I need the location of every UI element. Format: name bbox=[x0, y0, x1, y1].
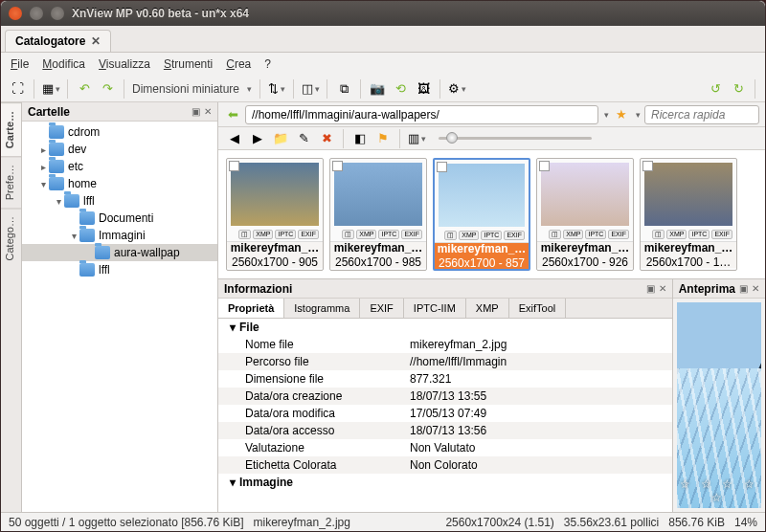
thumb-checkbox[interactable] bbox=[642, 161, 653, 171]
tab-xmp[interactable]: XMP bbox=[466, 299, 509, 318]
tree-item-aura-wallpap[interactable]: aura-wallpap bbox=[22, 244, 217, 261]
tree-item-etc[interactable]: ▸etc bbox=[22, 158, 217, 175]
property-value: 17/05/13 07:49 bbox=[410, 407, 486, 420]
gear-icon[interactable]: ⚙▾ bbox=[448, 80, 465, 98]
twisty-icon[interactable]: ▾ bbox=[230, 476, 236, 489]
menu-crea[interactable]: Crea bbox=[226, 57, 251, 71]
path-input[interactable] bbox=[245, 105, 598, 124]
view-grid-icon[interactable]: ▦▾ bbox=[42, 80, 59, 98]
batch-icon[interactable]: 🖼 bbox=[415, 80, 432, 98]
chevron-down-icon[interactable]: ▾ bbox=[636, 110, 641, 120]
edit-icon[interactable]: ✎ bbox=[295, 130, 312, 147]
property-key: Data/ora creazione bbox=[218, 389, 410, 403]
forward-folder-icon[interactable]: ↷ bbox=[99, 80, 116, 98]
twisty-icon[interactable]: ▾ bbox=[37, 179, 49, 189]
tree-item-lffl[interactable]: ▾lffl bbox=[22, 192, 217, 210]
convert-icon[interactable]: ⟲ bbox=[392, 80, 409, 98]
tree-item-home[interactable]: ▾home bbox=[22, 175, 217, 192]
property-row: Data/ora creazione18/07/13 13:55 bbox=[218, 388, 672, 405]
slider-thumb[interactable] bbox=[446, 132, 458, 144]
separator bbox=[343, 129, 344, 148]
flag-icon[interactable]: ⚑ bbox=[374, 130, 392, 147]
twisty-icon[interactable]: ▾ bbox=[68, 231, 79, 241]
folder-tree[interactable]: cdrom▸dev▸etc▾home▾lfflDocumenti▾Immagin… bbox=[22, 122, 217, 512]
thumb-badges: ◫XMPIPTCEXIF bbox=[227, 230, 323, 241]
thumbnail[interactable]: ◫XMPIPTCEXIFmikereyfman_…2560x1700 - 1… bbox=[640, 158, 737, 271]
maximize-icon[interactable] bbox=[51, 7, 64, 20]
sort-icon[interactable]: ⇅▾ bbox=[268, 80, 285, 98]
menu-file[interactable]: File bbox=[11, 57, 29, 71]
back-icon[interactable]: ⬅ bbox=[224, 106, 241, 123]
twisty-icon[interactable]: ▾ bbox=[53, 196, 64, 207]
delete-icon[interactable]: ✖ bbox=[318, 130, 335, 147]
thumb-checkbox[interactable] bbox=[539, 161, 550, 171]
detach-icon[interactable]: ▣ bbox=[739, 283, 748, 294]
compare-icon[interactable]: ⧉ bbox=[335, 80, 352, 98]
tree-item-documenti[interactable]: Documenti bbox=[22, 210, 217, 227]
minimize-icon[interactable] bbox=[30, 7, 43, 20]
thumb-checkbox[interactable] bbox=[437, 162, 447, 172]
thumb-checkbox[interactable] bbox=[229, 161, 239, 171]
property-value: Non Colorato bbox=[410, 458, 478, 472]
path-history-icon[interactable]: ▾ bbox=[604, 110, 609, 120]
thumbnail[interactable]: ◫XMPIPTCEXIFmikereyfman_…2560x1700 - 857 bbox=[433, 158, 530, 271]
tab-iptc[interactable]: IPTC-IIM bbox=[404, 299, 466, 318]
chevron-down-icon[interactable]: ▾ bbox=[247, 84, 252, 94]
new-folder-icon[interactable]: 📁 bbox=[272, 130, 289, 147]
thumbnail-grid[interactable]: ◫XMPIPTCEXIFmikereyfman_…2560x1700 - 905… bbox=[218, 150, 765, 279]
menu-strumenti[interactable]: Strumenti bbox=[164, 57, 213, 71]
undo-icon[interactable]: ↺ bbox=[707, 80, 724, 98]
close-icon[interactable] bbox=[9, 7, 22, 20]
tree-item-lffl[interactable]: lffl bbox=[22, 261, 217, 278]
nav-back-icon[interactable]: ◀ bbox=[226, 130, 243, 147]
sidetab-categorie[interactable]: Catego… bbox=[1, 208, 21, 268]
panel-layout-icon[interactable]: ▥▾ bbox=[408, 130, 425, 147]
thumb-badges: ◫XMPIPTCEXIF bbox=[641, 230, 736, 241]
thumbnail[interactable]: ◫XMPIPTCEXIFmikereyfman_…2560x1700 - 985 bbox=[329, 158, 427, 271]
thumb-checkbox[interactable] bbox=[332, 161, 343, 171]
tab-exif[interactable]: EXIF bbox=[360, 299, 403, 318]
thumb-dim: 2560x1700 - 857 bbox=[439, 256, 525, 270]
twisty-icon[interactable]: ▾ bbox=[230, 321, 236, 334]
close-tab-icon[interactable]: ✕ bbox=[91, 34, 101, 48]
favorite-icon[interactable]: ★ bbox=[613, 106, 630, 123]
nav-fwd-icon[interactable]: ▶ bbox=[249, 130, 266, 147]
twisty-icon[interactable]: ▸ bbox=[37, 144, 49, 155]
thumbnail-size-label[interactable]: Dimensioni miniature bbox=[132, 82, 239, 96]
camera-icon[interactable]: 📷 bbox=[369, 80, 386, 98]
tree-item-dev[interactable]: ▸dev bbox=[22, 141, 217, 158]
thumbnail[interactable]: ◫XMPIPTCEXIFmikereyfman_…2560x1700 - 905 bbox=[226, 158, 324, 271]
tree-item-cdrom[interactable]: cdrom bbox=[22, 123, 217, 141]
fullscreen-icon[interactable]: ⛶ bbox=[9, 80, 26, 98]
rating-stars[interactable]: ☆ ☆ ☆ ☆ ☆ bbox=[677, 477, 761, 504]
folder-icon bbox=[49, 125, 64, 139]
tree-item-immagini[interactable]: ▾Immagini bbox=[22, 227, 217, 244]
tab-istogramma[interactable]: Istogramma bbox=[284, 299, 360, 318]
search-input[interactable] bbox=[644, 105, 759, 124]
folder-label: etc bbox=[68, 160, 83, 173]
sidetab-preferiti[interactable]: Prefe… bbox=[1, 156, 21, 208]
tab-exiftool[interactable]: ExifTool bbox=[509, 299, 567, 318]
thumb-size-slider[interactable] bbox=[439, 137, 592, 140]
select-all-icon[interactable]: ◧ bbox=[351, 130, 369, 147]
thumb-image bbox=[541, 163, 629, 226]
close-panel-icon[interactable]: ✕ bbox=[204, 106, 212, 117]
tab-catalogatore[interactable]: Catalogatore ✕ bbox=[5, 30, 111, 52]
close-panel-icon[interactable]: ✕ bbox=[659, 283, 666, 294]
redo-icon[interactable]: ↻ bbox=[730, 80, 747, 98]
property-row: Data/ora accesso18/07/13 13:56 bbox=[218, 422, 672, 439]
thumbnail[interactable]: ◫XMPIPTCEXIFmikereyfman_…2560x1700 - 926 bbox=[536, 158, 634, 271]
twisty-icon[interactable]: ▸ bbox=[37, 162, 49, 172]
up-folder-icon[interactable]: ↶ bbox=[76, 80, 93, 98]
tab-proprieta[interactable]: Proprietà bbox=[218, 299, 284, 318]
sidetab-cartelle[interactable]: Carte… bbox=[1, 102, 21, 156]
menu-visualizza[interactable]: Visualizza bbox=[99, 57, 150, 71]
menu-help[interactable]: ? bbox=[264, 57, 271, 71]
detach-icon[interactable]: ▣ bbox=[646, 283, 655, 294]
close-panel-icon[interactable]: ✕ bbox=[752, 283, 759, 294]
folder-label: dev bbox=[68, 143, 86, 156]
detach-icon[interactable]: ▣ bbox=[192, 106, 200, 117]
preview-image[interactable]: ☆ ☆ ☆ ☆ ☆ bbox=[677, 302, 761, 508]
filter-icon[interactable]: ◫▾ bbox=[302, 80, 319, 98]
menu-modifica[interactable]: Modifica bbox=[42, 57, 85, 71]
